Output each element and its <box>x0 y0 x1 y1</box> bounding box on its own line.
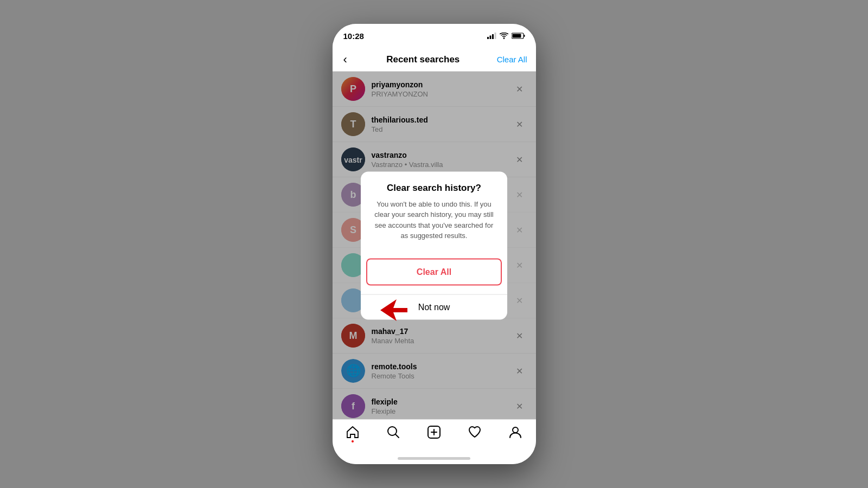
red-arrow <box>380 299 407 323</box>
nav-activity[interactable] <box>468 425 482 439</box>
svg-rect-5 <box>524 35 525 37</box>
profile-icon <box>508 425 522 439</box>
page-header: ‹ Recent searches Clear All <box>333 48 536 72</box>
dialog-content: Clear search history? You won't be able … <box>361 171 507 241</box>
clear-all-button[interactable]: Clear All <box>497 55 527 64</box>
home-icon <box>346 425 360 439</box>
dialog-title: Clear search history? <box>372 182 496 193</box>
svg-line-29 <box>395 434 399 438</box>
home-indicator <box>398 457 470 460</box>
svg-rect-0 <box>487 37 489 39</box>
svg-rect-2 <box>492 34 494 39</box>
status-time: 10:28 <box>343 31 364 41</box>
bottom-navigation <box>333 419 536 464</box>
nav-create[interactable] <box>427 425 441 439</box>
nav-home[interactable] <box>346 425 360 439</box>
battery-icon <box>512 33 525 39</box>
main-content: P priyamyonzon PRIYAMYONZON ✕ T thehilar… <box>333 72 536 419</box>
search-icon <box>386 425 400 439</box>
signal-icon <box>487 33 496 39</box>
status-icons <box>487 33 525 39</box>
svg-rect-1 <box>489 36 491 40</box>
wifi-icon <box>500 33 508 39</box>
phone-frame: 10:28 ‹ Re <box>333 24 536 464</box>
svg-point-33 <box>513 427 518 433</box>
svg-rect-6 <box>512 34 521 38</box>
back-button[interactable]: ‹ <box>341 50 349 69</box>
dialog-body: You won't be able to undo this. If you c… <box>372 198 496 241</box>
clear-history-dialog: Clear search history? You won't be able … <box>361 171 507 319</box>
status-bar: 10:28 <box>333 24 536 48</box>
nav-search[interactable] <box>386 425 400 439</box>
svg-marker-27 <box>380 299 407 321</box>
plus-square-icon <box>427 425 441 439</box>
home-notification-dot <box>352 440 354 442</box>
svg-rect-3 <box>494 33 496 39</box>
nav-profile[interactable] <box>508 425 522 439</box>
heart-icon <box>468 425 482 439</box>
dialog-clear-button[interactable]: Clear All <box>366 258 502 285</box>
page-title: Recent searches <box>386 54 459 65</box>
